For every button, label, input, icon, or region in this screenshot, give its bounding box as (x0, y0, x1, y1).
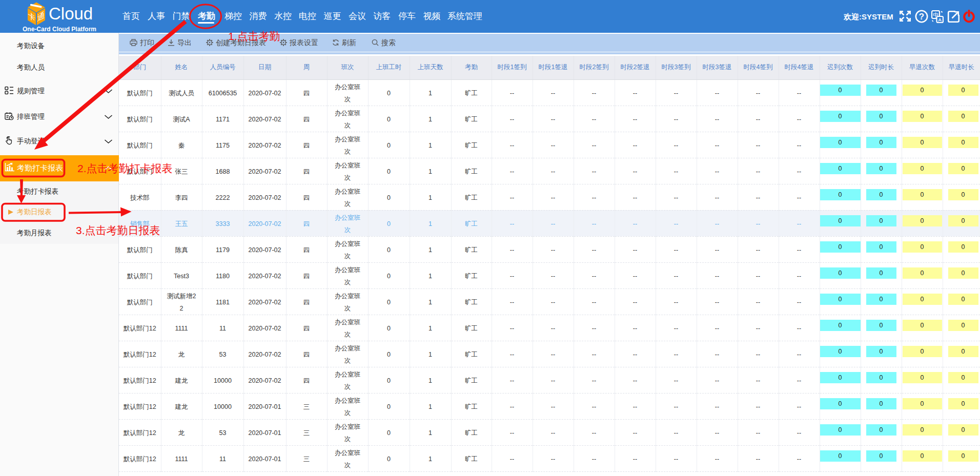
svg-text:A: A (938, 17, 942, 23)
svg-text:?: ? (919, 12, 924, 22)
